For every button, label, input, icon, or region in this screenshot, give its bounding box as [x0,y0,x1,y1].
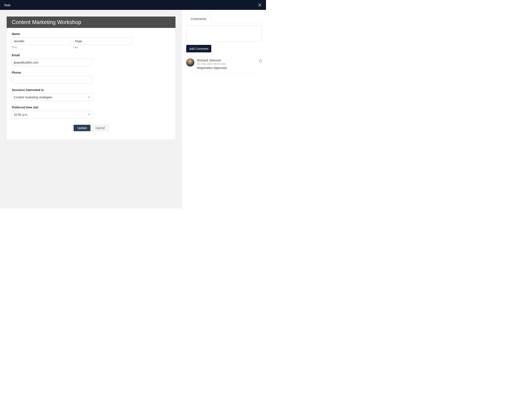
close-button[interactable] [257,3,262,7]
timeslot-label: Preferred time slot [12,106,170,109]
comment-author: Richard Johnson [197,58,256,62]
sessions-select-wrap: Content marketing strategies [12,94,92,101]
email-label: Email [12,53,170,57]
add-comment-button[interactable]: Add Comment [186,45,211,52]
comment-input[interactable] [186,26,262,42]
delete-comment-button[interactable] [259,59,262,64]
email-group: Email [12,53,170,66]
first-name-col: First [12,37,71,49]
name-row: First Last [12,37,170,49]
sessions-select[interactable]: Content marketing strategies [12,94,92,101]
email-input[interactable] [12,59,92,66]
last-name-col: Last [73,37,132,49]
phone-input[interactable] [12,76,92,83]
comment-date: 25-Feb-2021 08:33 AM [197,62,256,65]
cancel-button[interactable]: Cancel [92,125,109,131]
comments-pane: Comments Add Comment Richard Johnson 25-… [182,10,266,208]
timeslot-select[interactable]: 10.00 a.m. [12,111,92,118]
timeslot-select-value: 10.00 a.m. [14,113,28,116]
timeslot-select-wrap: 10.00 a.m. [12,111,92,118]
sessions-label: Sessions interested in [12,88,170,92]
name-label: Name [12,32,170,36]
comment-item: Richard Johnson 25-Feb-2021 08:33 AM Reg… [186,58,262,74]
form-body: Name First Last Email [7,28,175,140]
tabs: Comments [186,15,262,23]
comment-text: Registration Approved. [197,66,256,70]
last-name-input[interactable] [73,37,132,45]
content-area: Content Marketing Workshop Name First La… [0,10,266,208]
modal-header: Task [0,0,266,10]
trash-icon [259,59,262,63]
form-buttons: Update Cancel [12,125,170,131]
phone-label: Phone [12,71,170,74]
tab-comments[interactable]: Comments [186,15,211,23]
first-name-input[interactable] [12,37,71,45]
timeslot-group: Preferred time slot 10.00 a.m. [12,106,170,118]
comment-content: Richard Johnson 25-Feb-2021 08:33 AM Reg… [197,58,256,70]
form-card: Content Marketing Workshop Name First La… [6,16,176,140]
last-name-sublabel: Last [73,46,132,49]
first-name-sublabel: First [12,46,71,49]
comment-list: Richard Johnson 25-Feb-2021 08:33 AM Reg… [186,58,262,74]
name-group: Name First Last [12,32,170,49]
left-pane: Content Marketing Workshop Name First La… [0,10,182,208]
modal-title: Task [4,3,10,7]
phone-group: Phone [12,71,170,83]
sessions-group: Sessions interested in Content marketing… [12,88,170,101]
update-button[interactable]: Update [74,125,90,131]
sessions-select-value: Content marketing strategies [14,95,52,99]
close-icon [258,3,262,7]
avatar [186,58,194,67]
form-title: Content Marketing Workshop [7,17,175,28]
